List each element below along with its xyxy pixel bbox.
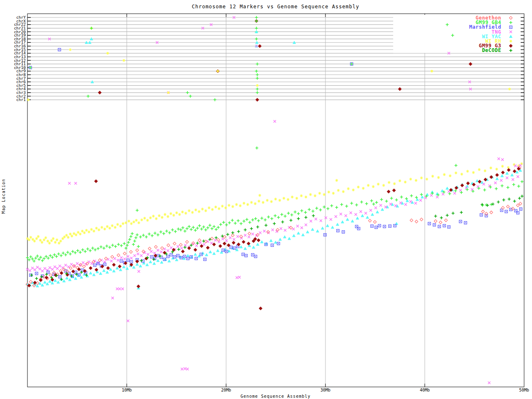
data-point	[145, 236, 148, 239]
data-point	[86, 248, 89, 251]
data-point	[62, 252, 65, 255]
data-point	[256, 62, 259, 65]
data-point	[108, 227, 111, 230]
marker-dot	[358, 228, 359, 229]
data-point	[190, 244, 193, 247]
data-point	[308, 208, 311, 211]
data-point	[68, 182, 71, 185]
data-point	[454, 190, 457, 192]
data-point	[88, 231, 91, 234]
data-point	[120, 244, 123, 247]
data-point	[135, 260, 138, 263]
data-point	[151, 234, 154, 237]
data-point	[59, 240, 62, 243]
data-point	[35, 237, 38, 240]
data-point	[355, 204, 358, 207]
data-point	[149, 261, 152, 263]
data-point	[90, 27, 93, 30]
data-point	[143, 217, 146, 220]
data-point	[173, 242, 176, 245]
data-point	[466, 170, 469, 173]
data-point	[240, 222, 243, 225]
data-point	[291, 214, 293, 217]
data-point	[404, 181, 407, 184]
data-point	[270, 239, 273, 242]
data-point	[439, 221, 442, 224]
marker-dot	[161, 257, 162, 258]
data-point	[254, 202, 257, 205]
data-point	[293, 234, 296, 237]
marker-dot	[131, 261, 132, 262]
data-point	[66, 251, 69, 254]
data-point	[225, 239, 228, 242]
marker-dot	[356, 226, 357, 227]
marker-dot	[85, 272, 86, 273]
data-point	[120, 256, 123, 259]
data-point	[414, 202, 417, 204]
data-point	[128, 220, 131, 223]
data-point	[305, 216, 308, 219]
data-point	[74, 251, 77, 254]
data-point	[135, 236, 138, 239]
data-point	[188, 209, 191, 212]
data-point	[255, 27, 258, 30]
data-point	[497, 201, 500, 204]
marker-dot	[48, 272, 49, 273]
data-point	[118, 288, 121, 290]
data-point	[455, 172, 458, 175]
data-point	[170, 246, 172, 249]
data-point	[204, 229, 207, 232]
data-point	[506, 205, 509, 208]
data-point	[48, 242, 51, 245]
data-point	[315, 218, 317, 220]
data-point	[495, 187, 498, 190]
data-point	[57, 253, 60, 256]
data-point	[52, 271, 55, 274]
data-point	[469, 62, 472, 65]
data-point	[58, 242, 61, 245]
data-point	[297, 217, 300, 220]
data-point	[133, 254, 136, 257]
data-point	[332, 192, 335, 195]
scatter-points	[26, 120, 523, 384]
x-tick-label: 40Mb	[420, 388, 430, 392]
data-point	[123, 252, 126, 255]
data-point	[361, 214, 364, 217]
data-point	[511, 174, 514, 176]
data-point	[66, 277, 69, 279]
data-point	[200, 244, 203, 247]
marker-dot	[278, 243, 279, 244]
marker-dot	[439, 226, 440, 227]
marker-dot	[506, 211, 507, 212]
data-point	[123, 258, 126, 260]
legend-label: DeCODE	[482, 47, 501, 53]
scatter-plot-canvas: Chromosome 12 Markers vs Genome Sequence…	[0, 0, 532, 399]
data-point	[62, 268, 65, 271]
data-point	[217, 226, 220, 229]
data-point	[235, 203, 238, 206]
data-point	[279, 238, 282, 241]
data-point	[426, 178, 429, 181]
data-point	[232, 232, 234, 234]
data-point	[314, 195, 317, 197]
data-point	[45, 273, 48, 276]
data-point	[484, 170, 487, 172]
data-point	[36, 266, 39, 268]
data-point	[71, 235, 74, 238]
data-point	[256, 88, 259, 91]
data-point	[148, 233, 151, 236]
data-point	[280, 227, 282, 230]
data-point	[409, 200, 412, 203]
data-point	[236, 276, 238, 279]
data-point	[69, 253, 72, 256]
marker-dot	[104, 264, 105, 265]
data-point	[256, 73, 259, 76]
data-point	[360, 201, 363, 204]
data-point	[420, 193, 423, 196]
data-point	[160, 246, 163, 249]
data-point	[242, 240, 245, 243]
data-point	[34, 268, 36, 271]
data-point	[494, 182, 497, 184]
data-point	[195, 244, 198, 247]
data-point	[507, 168, 510, 171]
